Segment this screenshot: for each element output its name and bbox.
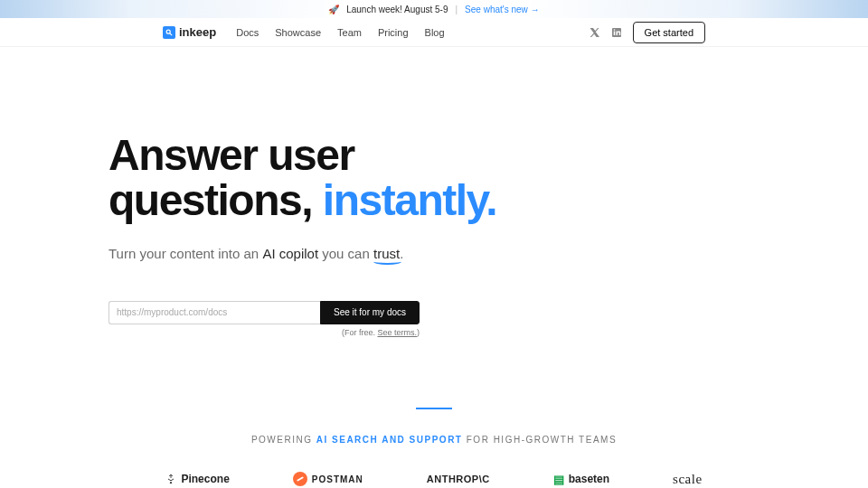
banner-link-text: See what's new <box>465 5 528 14</box>
docs-url-input[interactable] <box>108 301 320 324</box>
rocket-icon: 🚀 <box>328 5 339 14</box>
launch-banner: 🚀 Launch week! August 5-9 | See what's n… <box>0 0 868 18</box>
nav-link-blog[interactable]: Blog <box>425 27 445 38</box>
x-twitter-icon[interactable] <box>590 27 600 38</box>
svg-point-4 <box>613 29 615 31</box>
svg-point-0 <box>166 30 170 33</box>
logo-baseten: ▤ baseten <box>553 473 609 486</box>
nav-link-docs[interactable]: Docs <box>236 27 259 38</box>
cta-form: See it for my docs <box>108 301 420 324</box>
cta-disclaimer: (For free. See terms.) <box>108 328 420 337</box>
terms-link[interactable]: See terms. <box>377 328 417 337</box>
main-nav: inkeep Docs Showcase Team Pricing Blog G… <box>0 18 868 47</box>
logo-postman: POSTMAN <box>293 472 363 486</box>
logo-icon <box>163 26 175 39</box>
svg-point-10 <box>171 483 172 483</box>
svg-rect-3 <box>613 31 615 35</box>
nav-links: Docs Showcase Team Pricing Blog <box>236 27 444 38</box>
svg-line-9 <box>171 479 174 481</box>
banner-separator: | <box>455 5 458 14</box>
brand-name: inkeep <box>179 25 216 39</box>
postman-icon <box>293 472 307 486</box>
get-started-button[interactable]: Get started <box>633 22 705 43</box>
baseten-icon: ▤ <box>553 473 564 486</box>
hero-subtitle: Turn your content into an AI copilot you… <box>108 246 561 261</box>
powering-heading: POWERING AI SEARCH AND SUPPORT FOR HIGH-… <box>0 435 868 445</box>
logo-anthropic: ANTHROP\C <box>427 474 490 484</box>
logo-pinecone: Pinecone <box>165 473 229 485</box>
nav-link-showcase[interactable]: Showcase <box>275 27 321 38</box>
svg-line-8 <box>168 479 171 481</box>
brand-logo[interactable]: inkeep <box>163 25 216 39</box>
linkedin-icon[interactable] <box>611 27 622 38</box>
svg-line-1 <box>170 33 172 34</box>
see-it-button[interactable]: See it for my docs <box>320 301 420 324</box>
customer-logos: Pinecone POSTMAN ANTHROP\C ▤ baseten sca… <box>0 472 868 487</box>
banner-text: Launch week! August 5-9 <box>346 5 448 14</box>
hero-title-accent: instantly. <box>323 176 496 224</box>
logo-scale: scale <box>673 472 702 487</box>
nav-link-team[interactable]: Team <box>337 27 362 38</box>
nav-link-pricing[interactable]: Pricing <box>378 27 409 38</box>
trust-underline: trust <box>373 246 400 261</box>
hero-title-line2: questions, <box>108 176 323 224</box>
banner-link[interactable]: See what's new → <box>465 5 540 14</box>
hero: Answer user questions, instantly. Turn y… <box>0 47 561 261</box>
arrow-right-icon: → <box>531 5 540 14</box>
nav-right: Get started <box>590 22 705 43</box>
section-divider <box>416 408 452 409</box>
hero-title: Answer user questions, instantly. <box>108 133 561 224</box>
hero-title-line1: Answer user <box>108 131 354 179</box>
pinecone-icon <box>165 474 176 484</box>
